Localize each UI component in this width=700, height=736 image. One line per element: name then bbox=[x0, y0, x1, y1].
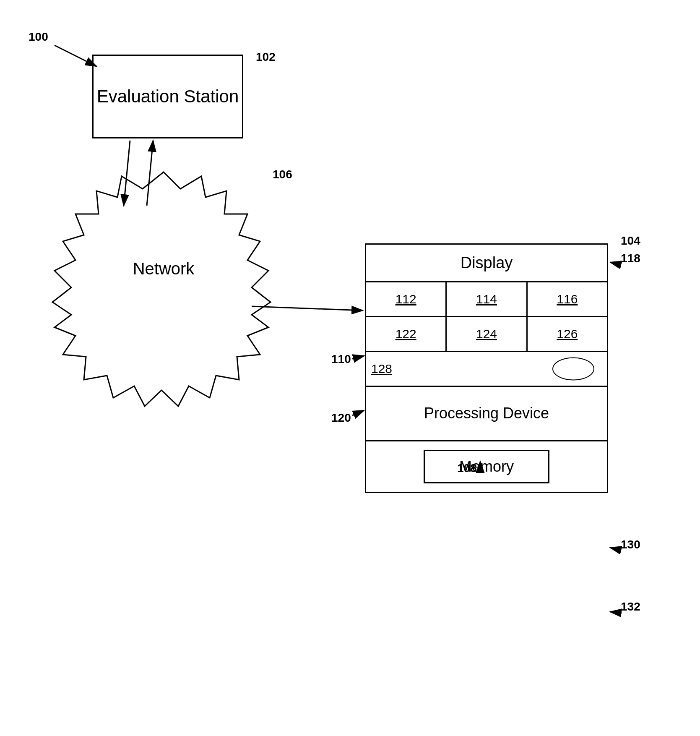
label-100: 100 bbox=[29, 30, 48, 44]
grid-row-2: 122 124 126 bbox=[366, 317, 607, 352]
grid-row-1: 112 114 116 bbox=[366, 282, 607, 317]
grid-cell-126: 126 bbox=[528, 317, 607, 351]
grid-cell-122: 122 bbox=[366, 317, 447, 351]
display-row-top: Display bbox=[366, 245, 607, 282]
svg-line-8 bbox=[610, 612, 619, 613]
grid-cell-116: 116 bbox=[528, 282, 607, 316]
eval-station-box: Evaluation Station bbox=[92, 55, 243, 138]
processing-device-text: Processing Device bbox=[424, 404, 549, 423]
display-label: Display bbox=[461, 254, 513, 272]
svg-line-5 bbox=[352, 356, 364, 359]
label-110: 110 bbox=[331, 352, 351, 366]
device-outer: Display 112 114 116 122 124 126 128 Proc… bbox=[365, 243, 608, 493]
oval-shape bbox=[552, 358, 594, 381]
svg-line-6 bbox=[352, 410, 364, 415]
label-102: 102 bbox=[256, 50, 276, 64]
grid-cell-112: 112 bbox=[366, 282, 447, 316]
network-text: Network bbox=[133, 259, 195, 278]
label-130: 130 bbox=[621, 538, 640, 551]
grid-cell-124: 124 bbox=[447, 317, 527, 351]
grid-cell-114: 114 bbox=[447, 282, 527, 316]
svg-line-9 bbox=[610, 548, 619, 550]
label-118: 118 bbox=[621, 252, 640, 265]
memory-box: Memory bbox=[424, 450, 549, 483]
grid-row-3: 128 bbox=[366, 352, 607, 387]
grid-cell-128: 128 bbox=[366, 352, 607, 386]
label-104: 104 bbox=[621, 234, 640, 248]
label-120: 120 bbox=[331, 411, 351, 425]
svg-line-10 bbox=[610, 262, 619, 264]
eval-station-text: Evaluation Station bbox=[97, 86, 239, 107]
diagram-container: 100 102 Evaluation Station 106 Network 1… bbox=[0, 0, 700, 736]
label-108: 108 bbox=[457, 462, 477, 475]
label-106: 106 bbox=[273, 168, 292, 181]
processing-device-section: Processing Device bbox=[366, 387, 607, 441]
svg-line-1 bbox=[55, 45, 96, 66]
label-132: 132 bbox=[621, 600, 640, 613]
network-container: Network bbox=[55, 159, 273, 378]
memory-section: Memory bbox=[366, 441, 607, 492]
